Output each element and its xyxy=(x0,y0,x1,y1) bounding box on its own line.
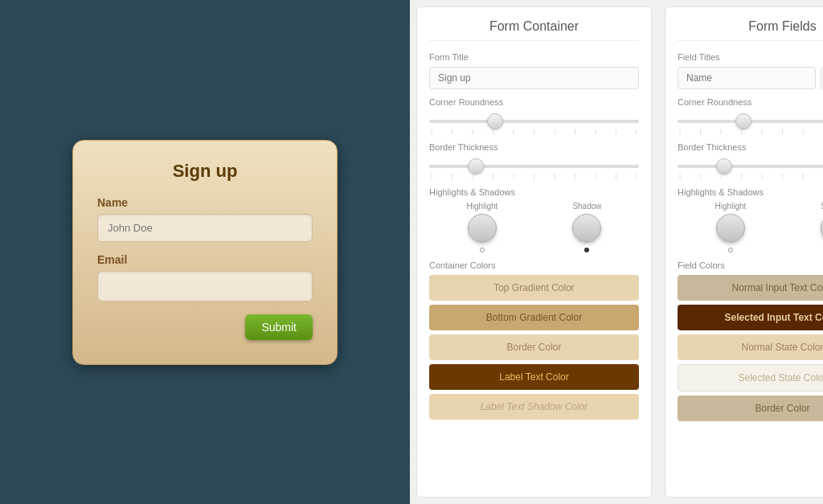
selected-state-btn[interactable]: Selected State Color xyxy=(678,364,823,391)
border-thickness-label-2: Border Thickness xyxy=(678,142,823,152)
shadow-knob-1[interactable] xyxy=(572,214,601,243)
border-thickness-slider-2: ||||||||||| xyxy=(678,157,823,179)
border-thickness-range-2[interactable] xyxy=(678,165,823,168)
highlight-col-2: Highlight xyxy=(714,202,746,252)
form-container-title: Form Container xyxy=(429,19,639,41)
shadow-col-1: Shadow xyxy=(572,202,601,252)
border-thickness-range-1[interactable] xyxy=(429,165,639,168)
form-title-input[interactable] xyxy=(429,67,639,89)
container-colors-label: Container Colors xyxy=(429,260,639,270)
highlight-label-1: Highlight xyxy=(466,202,497,211)
corner-roundness-slider-2: ||||||||||| xyxy=(678,112,823,134)
highlight-knob-1[interactable] xyxy=(468,214,497,243)
corner-roundness-label-1: Corner Roundness xyxy=(429,97,639,107)
field-colors-label: Field Colors xyxy=(678,260,823,270)
shadow-label-1: Shadow xyxy=(572,202,601,211)
border-thickness-slider-1: ||||||||||| xyxy=(429,157,639,179)
hs-label-1: Highlights & Shadows xyxy=(429,187,639,197)
form-fields-title: Form Fields xyxy=(678,19,823,41)
label-shadow-btn[interactable]: Label Text Shadow Color xyxy=(429,394,639,420)
email-label: Email xyxy=(97,253,313,266)
label-text-btn[interactable]: Label Text Color xyxy=(429,364,639,390)
corner-roundness-range-2[interactable] xyxy=(678,120,823,123)
name-label: Name xyxy=(97,196,313,209)
border-thickness-label-1: Border Thickness xyxy=(429,142,639,152)
form-fields-panel: Form Fields Field Titles Corner Roundnes… xyxy=(665,6,823,498)
corner-roundness-range-1[interactable] xyxy=(429,120,639,123)
settings-panels: Form Container Form Title Corner Roundne… xyxy=(410,0,823,504)
normal-input-text-btn[interactable]: Normal Input Text Color xyxy=(678,275,823,301)
highlight-col-1: Highlight xyxy=(466,202,497,252)
hs-label-2: Highlights & Shadows xyxy=(678,187,823,197)
submit-button[interactable]: Submit xyxy=(245,314,313,340)
corner-roundness-label-2: Corner Roundness xyxy=(678,97,823,107)
email-input[interactable] xyxy=(97,271,313,301)
normal-state-btn[interactable]: Normal State Color xyxy=(678,334,823,360)
top-gradient-btn[interactable]: Top Gradient Color xyxy=(429,275,639,301)
form-preview: Sign up Name Email Submit xyxy=(72,140,338,365)
form-title: Sign up xyxy=(97,161,313,182)
preview-panel: Sign up Name Email Submit xyxy=(0,0,410,504)
container-border-btn[interactable]: Border Color xyxy=(429,334,639,360)
form-container-panel: Form Container Form Title Corner Roundne… xyxy=(416,6,652,498)
highlight-label-2: Highlight xyxy=(714,202,746,211)
hs-section-1: Highlight Shadow xyxy=(429,202,639,252)
bottom-gradient-btn[interactable]: Bottom Gradient Color xyxy=(429,305,639,330)
field-titles-label: Field Titles xyxy=(678,52,823,62)
selected-input-text-btn[interactable]: Selected Input Text Color xyxy=(678,305,823,330)
corner-roundness-slider-1: ||||||||||| xyxy=(429,112,639,134)
form-title-label: Form Title xyxy=(429,52,639,62)
highlight-knob-2[interactable] xyxy=(716,214,745,243)
name-input[interactable] xyxy=(97,214,313,242)
highlight-dot-1 xyxy=(480,248,485,252)
field-name-input[interactable] xyxy=(678,67,816,89)
shadow-dot-1 xyxy=(584,248,589,252)
hs-section-2: Highlight Shadow xyxy=(678,202,823,252)
field-border-btn[interactable]: Border Color xyxy=(678,395,823,421)
highlight-dot-2 xyxy=(728,248,733,252)
